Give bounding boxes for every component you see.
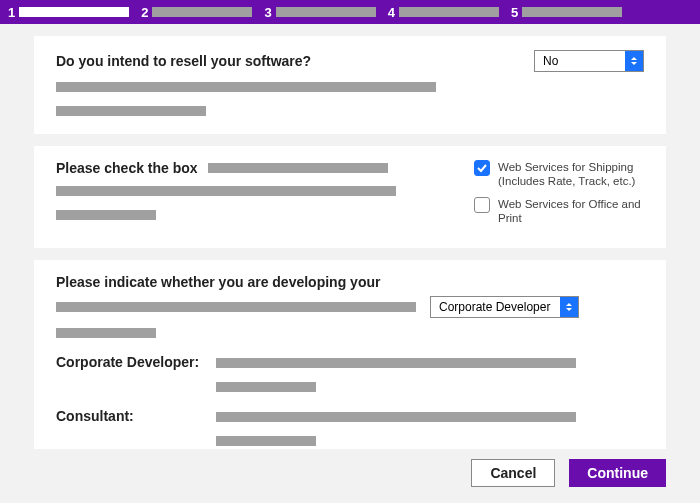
checkbox-shipping-label: Web Services for Shipping (Includes Rate… (498, 160, 644, 189)
checkbox-row-shipping: Web Services for Shipping (Includes Rate… (474, 160, 644, 189)
placeholder-line (208, 163, 388, 173)
developer-select-value: Corporate Developer (439, 300, 550, 314)
placeholder-line (216, 382, 316, 392)
checkbox-office-label: Web Services for Office and Print (498, 197, 644, 226)
definition-consultant: Consultant: (56, 408, 644, 450)
progress-step-2: 2 (141, 5, 252, 20)
definition-corporate: Corporate Developer: (56, 354, 644, 396)
progress-step-num: 2 (141, 5, 148, 20)
progress-step-num: 5 (511, 5, 518, 20)
checkbox-office[interactable] (474, 197, 490, 213)
cancel-button[interactable]: Cancel (471, 459, 555, 487)
continue-button[interactable]: Continue (569, 459, 666, 487)
placeholder-line (56, 328, 156, 338)
check-icon (477, 163, 487, 173)
select-toggle-icon (560, 297, 578, 317)
question-developer-title: Please indicate whether you are developi… (56, 274, 644, 290)
progress-step-bar (152, 7, 252, 17)
progress-step-3: 3 (264, 5, 375, 20)
caret-down-icon (566, 308, 572, 311)
caret-up-icon (631, 57, 637, 60)
progress-step-bar (522, 7, 622, 17)
progress-step-1: 1 (8, 5, 129, 20)
question-resell-title: Do you intend to resell your software? (56, 53, 311, 69)
question-resell-card: Do you intend to resell your software? N… (34, 36, 666, 134)
placeholder-line (56, 82, 436, 92)
caret-down-icon (631, 62, 637, 65)
definition-consultant-term: Consultant: (56, 408, 204, 424)
progress-step-bar (19, 7, 129, 17)
placeholder-line (216, 358, 576, 368)
progress-step-num: 4 (388, 5, 395, 20)
checkbox-row-office: Web Services for Office and Print (474, 197, 644, 226)
progress-step-bar (276, 7, 376, 17)
placeholder-line (216, 436, 316, 446)
question-checkbox-title: Please check the box (56, 160, 198, 176)
definition-corporate-term: Corporate Developer: (56, 354, 204, 370)
progress-step-num: 1 (8, 5, 15, 20)
placeholder-line (56, 186, 396, 196)
placeholder-line (56, 210, 156, 220)
progress-step-5: 5 (511, 5, 622, 20)
placeholder-line (56, 106, 206, 116)
progress-step-num: 3 (264, 5, 271, 20)
footer-actions: Cancel Continue (0, 449, 700, 503)
resell-select[interactable]: No (534, 50, 644, 72)
developer-select[interactable]: Corporate Developer (430, 296, 579, 318)
resell-select-value: No (543, 54, 558, 68)
placeholder-line (56, 302, 416, 312)
progress-step-4: 4 (388, 5, 499, 20)
question-checkbox-card: Please check the box Web Services for Sh… (34, 146, 666, 248)
progress-bar: 1 2 3 4 5 (0, 0, 700, 24)
main-content: Do you intend to resell your software? N… (0, 24, 700, 449)
placeholder-line (216, 412, 576, 422)
select-toggle-icon (625, 51, 643, 71)
checkbox-shipping[interactable] (474, 160, 490, 176)
progress-step-bar (399, 7, 499, 17)
caret-up-icon (566, 303, 572, 306)
question-developer-card: Please indicate whether you are developi… (34, 260, 666, 450)
